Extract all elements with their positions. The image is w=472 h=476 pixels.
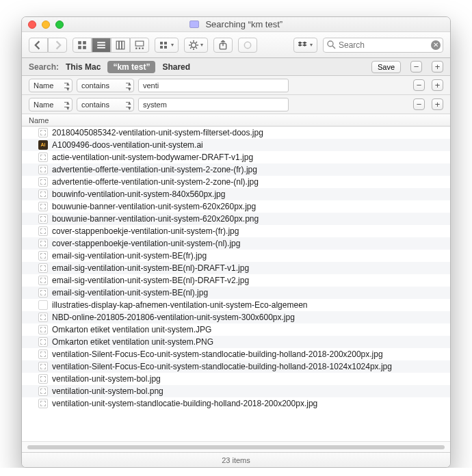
horizontal-scrollbar[interactable] bbox=[22, 441, 450, 452]
file-row[interactable]: ventilation-unit-system-bol.jpg bbox=[22, 373, 450, 385]
file-row[interactable]: bouwinfo-ventilation-unit-system-840x560… bbox=[22, 188, 450, 200]
svg-rect-12 bbox=[139, 47, 140, 49]
column-view-button[interactable] bbox=[111, 38, 130, 53]
svg-rect-16 bbox=[160, 46, 163, 49]
file-row[interactable]: AiA1009496-doos-ventilation-unit-system.… bbox=[22, 139, 450, 151]
filter-value-input[interactable] bbox=[138, 79, 289, 92]
remove-rule-button[interactable]: − bbox=[413, 98, 425, 110]
svg-rect-17 bbox=[164, 46, 167, 49]
finder-window: Searching “km test” bbox=[21, 16, 451, 468]
jpeg-file-icon bbox=[38, 153, 48, 162]
file-row[interactable]: ventilation-unit-system-standlocatie-bui… bbox=[22, 397, 450, 410]
arrange-group: ▾ bbox=[155, 38, 179, 53]
jpeg-file-icon bbox=[38, 251, 48, 261]
dropbox-button[interactable]: ▾ bbox=[293, 38, 317, 53]
file-name: bouwunie-banner-ventilation-unit-system-… bbox=[52, 214, 259, 224]
svg-rect-8 bbox=[119, 41, 122, 49]
file-row[interactable]: cover-stappenboekje-ventilation-unit-sys… bbox=[22, 237, 450, 250]
jpeg-file-icon bbox=[38, 128, 48, 137]
file-name: ventilation-Silent-Focus-Eco-unit-system… bbox=[52, 349, 383, 359]
chevron-down-icon: ▾ bbox=[310, 42, 313, 48]
search-input[interactable] bbox=[323, 38, 443, 53]
file-row[interactable]: email-sig-ventilation-unit-system-BE(nl)… bbox=[22, 287, 450, 299]
remove-rule-button[interactable]: − bbox=[410, 61, 422, 72]
jpeg-file-icon bbox=[38, 177, 48, 187]
file-row[interactable]: bouwunie-banner-ventilation-unit-system-… bbox=[22, 200, 450, 213]
file-name: illustraties-display-kap-afnemen-ventila… bbox=[52, 300, 308, 310]
chevron-down-icon: ▾ bbox=[200, 42, 203, 48]
file-name: Omkarton etiket ventilation unit-system.… bbox=[52, 325, 211, 334]
jpeg-file-icon bbox=[38, 325, 48, 334]
chevron-down-icon: ▾ bbox=[171, 42, 174, 48]
filter-operator-select[interactable]: contains▴▾ bbox=[77, 98, 134, 111]
file-row[interactable]: ventilation-Silent-Focus-Eco-unit-system… bbox=[22, 348, 450, 360]
jpeg-file-icon bbox=[38, 276, 48, 285]
minimize-icon[interactable] bbox=[42, 21, 50, 29]
file-row[interactable]: Omkarton etiket ventilation unit-system.… bbox=[22, 336, 450, 348]
filter-row: Name▴▾contains▴▾−+ bbox=[22, 95, 450, 114]
svg-rect-1 bbox=[83, 41, 86, 44]
file-row[interactable]: advertentie-offerte-ventilation-unit-sys… bbox=[22, 176, 450, 188]
svg-point-18 bbox=[192, 42, 196, 47]
file-row[interactable]: email-sig-ventilation-unit-system-BE(nl)… bbox=[22, 262, 450, 274]
arrange-button[interactable]: ▾ bbox=[155, 38, 179, 53]
file-name: bouwinfo-ventilation-unit-system-840x560… bbox=[52, 189, 225, 199]
file-row[interactable]: actie-ventilation-unit-system-bodywamer-… bbox=[22, 151, 450, 163]
tags-button[interactable] bbox=[238, 38, 257, 53]
svg-point-29 bbox=[328, 41, 333, 47]
search-label: Search: bbox=[29, 62, 59, 72]
status-bar: 23 items bbox=[22, 452, 450, 467]
jpeg-file-icon bbox=[38, 239, 48, 248]
file-row[interactable]: 20180405085342-ventilation-unit-system-f… bbox=[22, 127, 450, 139]
file-row[interactable]: ventilation-Silent-Focus-Eco-unit-system… bbox=[22, 360, 450, 373]
filter-value-input[interactable] bbox=[138, 98, 289, 111]
action-button[interactable]: ▾ bbox=[184, 38, 208, 53]
titlebar: Searching “km test” bbox=[22, 17, 450, 32]
svg-point-28 bbox=[244, 42, 250, 48]
svg-rect-4 bbox=[97, 42, 105, 43]
file-list[interactable]: 20180405085342-ventilation-unit-system-f… bbox=[22, 127, 450, 441]
close-icon[interactable] bbox=[28, 21, 36, 29]
clear-search-icon[interactable]: ✕ bbox=[431, 40, 441, 50]
scope-shared[interactable]: Shared bbox=[162, 62, 190, 72]
window-title-text: Searching “km test” bbox=[205, 19, 283, 29]
search-field[interactable]: ✕ bbox=[323, 38, 443, 53]
scope-this-mac[interactable]: This Mac bbox=[66, 62, 101, 72]
jpeg-file-icon bbox=[38, 214, 48, 224]
file-row[interactable]: illustraties-display-kap-afnemen-ventila… bbox=[22, 299, 450, 311]
list-view-button[interactable] bbox=[92, 38, 111, 53]
file-name: actie-ventilation-unit-system-bodywamer-… bbox=[52, 153, 253, 162]
filter-attribute-select[interactable]: Name▴▾ bbox=[29, 79, 73, 92]
file-name: A1009496-doos-ventilation-unit-system.ai bbox=[52, 140, 203, 150]
back-button[interactable] bbox=[29, 38, 48, 53]
file-row[interactable]: email-sig-ventilation-unit-system-BE(nl)… bbox=[22, 274, 450, 287]
remove-rule-button[interactable]: − bbox=[413, 79, 425, 91]
window-title: Searching “km test” bbox=[22, 17, 450, 32]
icon-view-button[interactable] bbox=[73, 38, 92, 53]
save-search-button[interactable]: Save bbox=[371, 61, 401, 73]
scope-folder[interactable]: “km test” bbox=[107, 61, 155, 73]
file-row[interactable]: Omkarton etiket ventilation unit-system.… bbox=[22, 323, 450, 336]
filter-operator-select[interactable]: contains▴▾ bbox=[77, 79, 134, 92]
filter-attribute-select[interactable]: Name▴▾ bbox=[29, 98, 73, 111]
file-row[interactable]: email-sig-ventilation-unit-system-BE(fr)… bbox=[22, 250, 450, 262]
svg-rect-6 bbox=[97, 47, 105, 48]
file-row[interactable]: ventilation-unit-system-bol.png bbox=[22, 385, 450, 397]
gallery-view-button[interactable] bbox=[130, 38, 149, 53]
scrollbar-thumb[interactable] bbox=[27, 445, 445, 449]
add-rule-button[interactable]: + bbox=[432, 79, 443, 91]
jpeg-file-icon bbox=[38, 165, 48, 174]
zoom-icon[interactable] bbox=[55, 21, 64, 29]
add-rule-button[interactable]: + bbox=[432, 61, 443, 72]
filter-rules: Name▴▾contains▴▾−+Name▴▾contains▴▾−+ bbox=[22, 76, 450, 114]
file-row[interactable]: cover-stappenboekje-ventilation-unit-sys… bbox=[22, 225, 450, 237]
file-row[interactable]: bouwunie-banner-ventilation-unit-system-… bbox=[22, 213, 450, 225]
svg-rect-0 bbox=[78, 41, 81, 44]
add-rule-button[interactable]: + bbox=[432, 98, 443, 110]
file-row[interactable]: advertentie-offerte-ventilation-unit-sys… bbox=[22, 163, 450, 176]
share-button[interactable] bbox=[213, 38, 233, 53]
smart-folder-icon bbox=[189, 21, 199, 28]
file-row[interactable]: NBD-online-201805-201806-ventilation-uni… bbox=[22, 311, 450, 323]
forward-button[interactable] bbox=[48, 38, 67, 53]
column-header[interactable]: Name bbox=[22, 114, 450, 127]
